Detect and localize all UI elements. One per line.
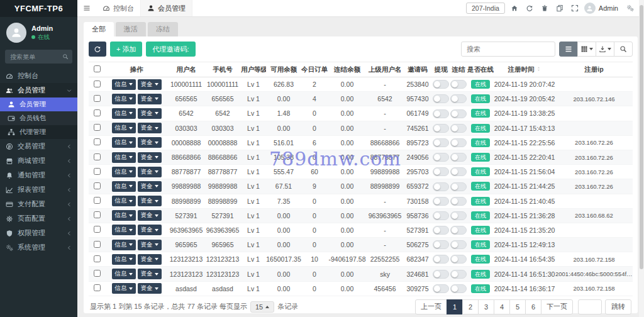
refresh-icon[interactable]	[522, 2, 537, 14]
row-action-信息-button[interactable]: 信息	[112, 225, 136, 235]
link-toggle[interactable]	[450, 167, 467, 176]
row-action-信息-button[interactable]: 信息	[112, 196, 136, 206]
row-checkbox[interactable]	[94, 211, 101, 218]
withdraw-toggle[interactable]	[433, 124, 449, 133]
expand-icon[interactable]	[567, 2, 582, 14]
link-toggle[interactable]	[450, 109, 467, 118]
row-action-资金-button[interactable]: 资金	[138, 167, 162, 177]
link-toggle[interactable]	[450, 138, 467, 147]
withdraw-toggle[interactable]	[433, 109, 449, 118]
row-action-资金-button[interactable]: 资金	[138, 196, 162, 206]
copy-icon[interactable]	[552, 2, 567, 14]
column-header[interactable]: 注册时间	[494, 62, 555, 77]
add-button[interactable]: + 添加	[110, 42, 142, 57]
page-button-6[interactable]: 6	[525, 299, 541, 314]
row-checkbox[interactable]	[94, 168, 101, 175]
link-toggle[interactable]	[450, 284, 467, 293]
row-action-信息-button[interactable]: 信息	[112, 167, 136, 177]
link-toggle[interactable]	[450, 182, 467, 191]
toggle-view-button[interactable]	[559, 42, 578, 57]
row-action-资金-button[interactable]: 资金	[138, 240, 162, 250]
withdraw-toggle[interactable]	[433, 226, 449, 235]
row-action-资金-button[interactable]: 资金	[138, 254, 162, 265]
row-action-信息-button[interactable]: 信息	[112, 94, 136, 104]
row-checkbox[interactable]	[94, 197, 101, 204]
scrollbar[interactable]	[639, 0, 644, 317]
row-action-资金-button[interactable]: 资金	[138, 123, 162, 133]
sidebar-subitem-0[interactable]: 会员管理	[0, 97, 77, 111]
sidebar-item-9[interactable]: 系统管理	[0, 240, 77, 255]
row-action-信息-button[interactable]: 信息	[112, 152, 136, 163]
row-action-资金-button[interactable]: 资金	[138, 79, 162, 90]
filter-tab-0[interactable]: 全部	[84, 22, 114, 36]
row-action-资金-button[interactable]: 资金	[138, 210, 162, 221]
row-action-资金-button[interactable]: 资金	[138, 225, 162, 235]
row-checkbox[interactable]	[94, 284, 101, 291]
sidebar-item-4[interactable]: 通知管理	[0, 168, 77, 182]
prev-page-button[interactable]: 上一页	[415, 299, 447, 314]
row-action-信息-button[interactable]: 信息	[112, 254, 136, 265]
page-button-4[interactable]: 4	[494, 299, 510, 314]
withdraw-toggle[interactable]	[433, 94, 449, 103]
table-search-input[interactable]	[461, 42, 555, 57]
row-action-信息-button[interactable]: 信息	[112, 210, 136, 221]
page-button-3[interactable]: 3	[478, 299, 494, 314]
link-toggle[interactable]	[450, 80, 467, 89]
link-toggle[interactable]	[450, 226, 467, 235]
row-checkbox[interactable]	[94, 81, 101, 87]
withdraw-toggle[interactable]	[433, 153, 449, 162]
hamburger-menu-icon[interactable]	[77, 0, 96, 16]
withdraw-toggle[interactable]	[433, 80, 449, 89]
row-checkbox[interactable]	[94, 95, 101, 102]
row-checkbox[interactable]	[94, 270, 101, 277]
row-action-信息-button[interactable]: 信息	[112, 79, 136, 90]
agent-invite-code-button[interactable]: 代理邀请码:	[146, 42, 195, 57]
export-button[interactable]	[596, 42, 614, 57]
page-button-1[interactable]: 1	[447, 299, 463, 314]
row-action-资金-button[interactable]: 资金	[138, 94, 162, 104]
region-selector[interactable]: 207-India	[466, 3, 505, 14]
row-action-信息-button[interactable]: 信息	[112, 269, 136, 279]
link-toggle[interactable]	[450, 270, 467, 279]
withdraw-toggle[interactable]	[433, 240, 449, 249]
trash-icon[interactable]	[537, 2, 552, 14]
navbar-avatar[interactable]	[584, 3, 596, 14]
withdraw-toggle[interactable]	[433, 255, 449, 264]
row-action-资金-button[interactable]: 资金	[138, 137, 162, 148]
row-action-资金-button[interactable]: 资金	[138, 269, 162, 279]
link-toggle[interactable]	[450, 240, 467, 249]
withdraw-toggle[interactable]	[433, 211, 449, 220]
filter-tab-1[interactable]: 激活	[116, 22, 146, 36]
next-page-button[interactable]: 下一页	[541, 299, 573, 314]
row-action-信息-button[interactable]: 信息	[112, 108, 136, 119]
scrollbar-thumb[interactable]	[640, 5, 643, 269]
sidebar-subitem-1[interactable]: 会员钱包	[0, 111, 77, 125]
row-checkbox[interactable]	[94, 124, 101, 131]
row-checkbox[interactable]	[94, 241, 101, 248]
withdraw-toggle[interactable]	[433, 197, 449, 206]
refresh-button[interactable]	[89, 42, 106, 57]
link-toggle[interactable]	[450, 153, 467, 162]
fullscreen-search-button[interactable]	[614, 42, 633, 57]
sidebar-item-1[interactable]: 会员管理	[0, 83, 77, 97]
row-action-信息-button[interactable]: 信息	[112, 123, 136, 133]
withdraw-toggle[interactable]	[433, 182, 449, 191]
row-action-信息-button[interactable]: 信息	[112, 283, 136, 294]
row-checkbox[interactable]	[94, 153, 101, 160]
row-checkbox[interactable]	[94, 226, 101, 233]
withdraw-toggle[interactable]	[433, 138, 449, 147]
home-icon[interactable]	[507, 2, 522, 14]
link-toggle[interactable]	[450, 124, 467, 133]
sidebar-item-2[interactable]: 交易管理	[0, 139, 77, 153]
sidebar-item-3[interactable]: 商城管理	[0, 153, 77, 168]
row-checkbox[interactable]	[94, 255, 101, 262]
link-toggle[interactable]	[450, 255, 467, 264]
nav-tab-0[interactable]: 控制台	[96, 0, 141, 16]
sidebar-item-0[interactable]: 控制台	[0, 69, 77, 83]
sidebar-item-6[interactable]: 支付配置	[0, 197, 77, 211]
columns-button[interactable]	[577, 42, 596, 57]
page-button-5[interactable]: 5	[509, 299, 526, 314]
nav-tab-1[interactable]: 会员管理	[141, 0, 192, 16]
jump-button[interactable]: 跳转	[605, 299, 631, 314]
row-action-信息-button[interactable]: 信息	[112, 240, 136, 250]
